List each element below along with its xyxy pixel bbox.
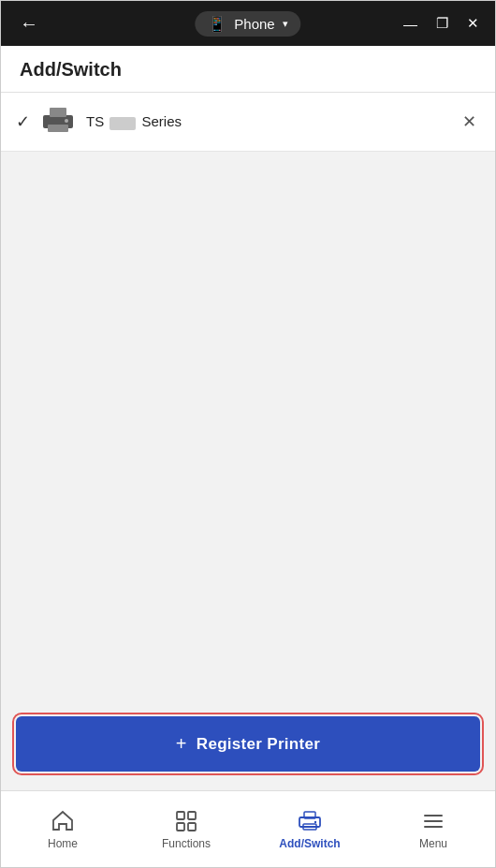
nav-item-add-switch[interactable]: Add/Switch [248,802,372,858]
content-area: + Register Printer [1,152,495,790]
register-printer-button[interactable]: + Register Printer [16,716,480,772]
nav-label-functions: Functions [162,837,211,850]
nav-label-menu: Menu [419,837,447,850]
printer-list-item[interactable]: ✓ TS Series ✕ [1,93,495,152]
menu-icon [421,809,445,833]
title-bar: ← 📱 Phone ▾ — ❐ ✕ [1,1,495,46]
register-printer-label: Register Printer [197,735,320,754]
bottom-nav: Home Functions Add/Switch [1,790,495,867]
svg-point-3 [65,119,68,123]
chevron-down-icon: ▾ [283,18,288,30]
maximize-button[interactable]: ❐ [431,13,453,34]
phone-icon: 📱 [208,15,226,33]
functions-icon [174,809,198,833]
title-bar-label: Phone [234,16,274,32]
title-bar-controls: — ❐ ✕ [399,13,484,34]
svg-rect-6 [177,823,184,831]
app-window: ← 📱 Phone ▾ — ❐ ✕ Add/Switch ✓ [0,0,496,868]
page-header: Add/Switch [1,46,495,93]
svg-rect-4 [177,812,184,819]
selected-checkmark-icon: ✓ [16,111,30,132]
page-title: Add/Switch [20,59,122,80]
nav-label-add-switch: Add/Switch [279,837,340,850]
plus-icon: + [176,733,187,755]
printer-name: TS Series [86,113,447,129]
close-window-button[interactable]: ✕ [462,13,484,34]
nav-label-home: Home [48,837,78,850]
redacted-text [109,117,136,130]
svg-rect-1 [48,125,68,132]
add-switch-icon [298,809,322,833]
svg-rect-2 [50,108,66,117]
svg-rect-7 [188,823,196,831]
nav-item-menu[interactable]: Menu [372,802,495,858]
nav-item-home[interactable]: Home [1,802,124,858]
back-button[interactable]: ← [12,9,46,38]
remove-printer-button[interactable]: ✕ [459,108,480,136]
svg-point-11 [314,820,316,822]
nav-item-functions[interactable]: Functions [124,802,248,858]
svg-rect-5 [188,812,196,819]
home-icon [51,809,75,833]
title-bar-center: 📱 Phone ▾ [195,11,300,37]
minimize-button[interactable]: — [399,14,422,34]
printer-icon [41,106,75,138]
